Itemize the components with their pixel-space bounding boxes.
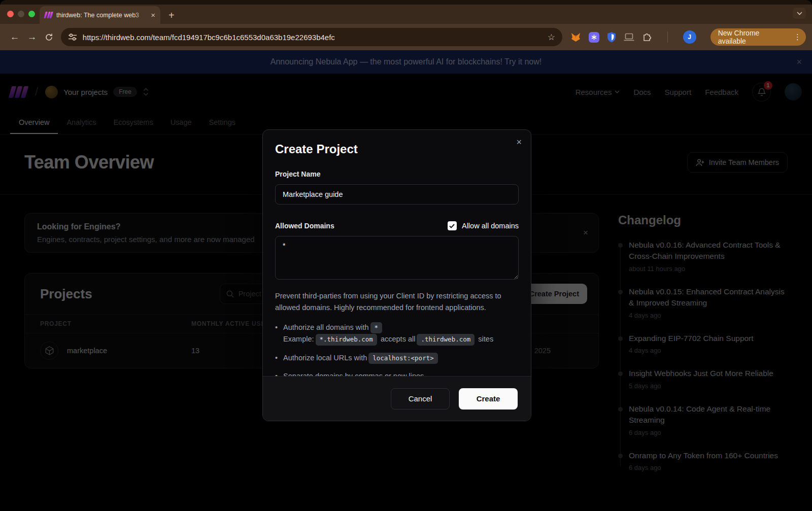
code-chip: .thirdweb.com [417,334,475,345]
bullet-text: accepts all [381,335,416,343]
list-item: • Authorize local URLs withlocalhost:<po… [275,352,519,364]
reload-icon [45,33,53,42]
minimize-window-button[interactable] [18,11,24,17]
traffic-lights [7,11,35,17]
domains-help-text: Prevent third-parties from using your Cl… [275,290,519,314]
allow-all-domains-label: Allow all domains [462,222,519,230]
bullet-text: Authorize all domains with [283,323,368,331]
domains-tips-list: • Authorize all domains with* Example:*.… [275,322,519,382]
check-icon [449,224,455,228]
modal-footer: Cancel Create [263,376,531,421]
allow-all-domains-checkbox[interactable] [448,221,457,230]
cancel-button[interactable]: Cancel [391,388,450,410]
site-settings-icon[interactable] [68,33,77,41]
chevron-down-icon [797,12,802,15]
code-chip: * [370,322,383,333]
project-name-label: Project Name [275,170,519,178]
chrome-update-button[interactable]: New Chrome available ⋮ [710,28,806,46]
code-chip: localhost:<port> [368,353,437,364]
bullet-icon: • [275,322,278,346]
close-window-button[interactable] [7,11,14,17]
browser-toolbar: ← → https://thirdweb.com/team/fcd194917b… [0,24,812,50]
toolbar-divider [667,31,668,43]
metamask-extension-icon[interactable] [570,32,581,43]
bullet-icon: • [275,352,278,364]
address-bar[interactable]: https://thirdweb.com/team/fcd194917bc9c6… [61,28,562,46]
allowed-domains-textarea[interactable]: * [275,236,519,280]
extension-icons: J New Chrome available ⋮ [570,28,806,46]
list-item: • Authorize all domains with* Example:*.… [275,322,519,346]
url-text[interactable]: https://thirdweb.com/team/fcd194917bc9c6… [83,33,542,42]
bullet-text: sites [478,335,493,343]
new-tab-button[interactable]: + [168,10,175,20]
purple-extension-icon[interactable] [589,32,599,43]
extensions-puzzle-icon[interactable] [642,32,652,42]
create-button[interactable]: Create [459,388,518,410]
create-project-modal: × Create Project Project Name Allowed Do… [262,129,531,421]
page: Announcing Nebula App — the most powerfu… [0,50,812,511]
tab-title: thirdweb: The complete web3 [56,12,147,19]
chrome-update-label: New Chrome available [718,29,789,45]
bullet-text: Authorize local URLs with [283,354,367,362]
browser-profile-avatar[interactable]: J [683,30,696,44]
thirdweb-favicon-icon [45,12,52,18]
browser-menu-icon[interactable]: ⋮ [794,32,802,42]
zoom-window-button[interactable] [28,11,35,17]
bullet-text: Example: [283,335,314,343]
bookmark-star-icon[interactable]: ☆ [548,32,555,43]
tab-search-button[interactable] [793,8,806,19]
modal-title: Create Project [275,142,519,156]
laptop-extension-icon[interactable] [624,33,634,41]
forward-button[interactable]: → [23,31,41,43]
allow-all-domains-toggle[interactable]: Allow all domains [448,221,519,230]
modal-close-icon[interactable]: × [516,137,522,148]
reload-button[interactable] [41,33,58,42]
back-button[interactable]: ← [6,31,23,43]
shield-extension-icon[interactable] [607,32,616,43]
code-chip: *.thirdweb.com [316,334,377,345]
browser-window: thirdweb: The complete web3 × + ← → http… [0,0,812,511]
browser-tab-strip: thirdweb: The complete web3 × + [0,0,812,24]
project-name-input[interactable] [275,184,519,205]
browser-tab[interactable]: thirdweb: The complete web3 × [40,6,160,24]
allowed-domains-label: Allowed Domains [275,222,334,230]
tab-close-icon[interactable]: × [151,11,155,19]
